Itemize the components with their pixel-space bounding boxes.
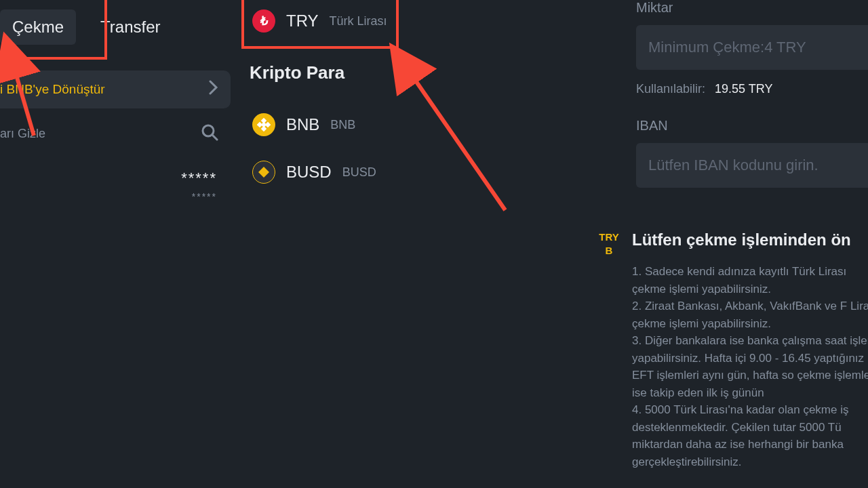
busd-name: BUSD — [342, 165, 376, 180]
try-badge-icon: TRY B — [597, 230, 621, 470]
currency-row-busd[interactable]: BUSD BUSD — [243, 148, 528, 196]
amount-label: Miktar — [636, 0, 868, 16]
tab-transfer[interactable]: Transfer — [88, 9, 172, 45]
svg-rect-6 — [261, 122, 267, 127]
busd-icon — [252, 161, 275, 184]
svg-line-1 — [212, 135, 217, 140]
iban-label: IBAN — [636, 118, 868, 134]
currency-row-try[interactable]: ₺ TRY Türk Lirası — [243, 0, 528, 42]
currency-row-bnb[interactable]: BNB BNB — [243, 101, 528, 148]
busd-symbol: BUSD — [286, 163, 332, 182]
search-icon[interactable] — [201, 123, 218, 144]
try-symbol: TRY — [286, 12, 319, 30]
hidden-balance: ***** ***** — [0, 169, 231, 202]
bnb-symbol: BNB — [286, 115, 319, 134]
try-name: Türk Lirası — [330, 14, 387, 28]
convert-label: i BNB'ye Dönüştür — [0, 82, 105, 97]
notice-title: Lütfen çekme işleminden ön — [632, 230, 868, 249]
crypto-section-title: Kripto Para — [250, 62, 528, 83]
hide-balances-label: arı Gizle — [0, 127, 45, 141]
chevron-right-icon — [209, 80, 218, 99]
bnb-name: BNB — [330, 118, 355, 132]
balance-main: ***** — [0, 169, 217, 187]
withdrawal-notice: TRY B Lütfen çekme işleminden ön 1. Sade… — [597, 230, 868, 470]
tab-withdraw[interactable]: Çekme — [0, 9, 76, 45]
amount-input[interactable]: Minimum Çekme:4 TRY — [636, 25, 868, 70]
notice-body: 1. Sadece kendi adınıza kayıtlı Türk Lir… — [632, 263, 868, 470]
available-label: Kullanılabilir: — [636, 82, 705, 96]
available-value: 19.55 TRY — [715, 82, 772, 96]
bnb-icon — [252, 113, 275, 136]
try-icon: ₺ — [252, 9, 275, 33]
balance-sub: ***** — [0, 191, 217, 202]
iban-input[interactable]: Lütfen IBAN kodunu girin. — [636, 143, 868, 188]
convert-to-bnb-row[interactable]: i BNB'ye Dönüştür — [0, 70, 231, 108]
